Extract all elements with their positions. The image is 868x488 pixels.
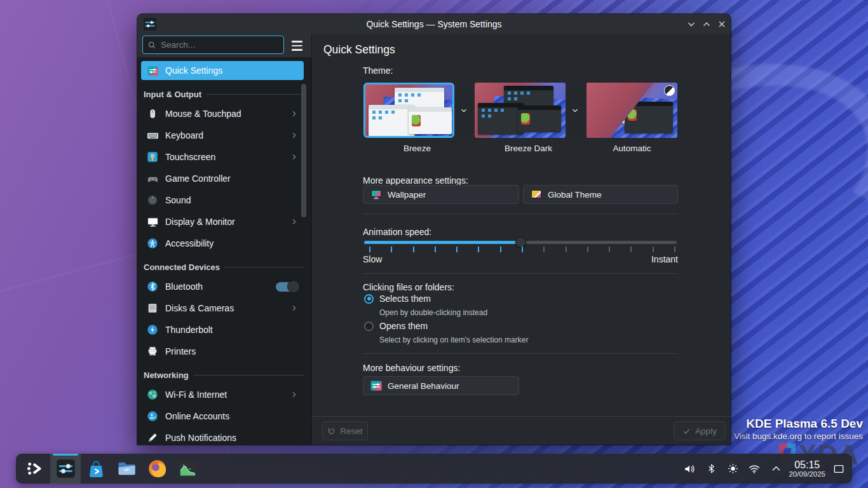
- taskbar-firefox[interactable]: [142, 454, 172, 484]
- sidebar-item-label: Display & Monitor: [165, 217, 283, 227]
- sidebar-item-touchscreen[interactable]: Touchscreen: [141, 147, 304, 166]
- chevron-right-icon: [290, 152, 299, 161]
- taskbar-discover[interactable]: [81, 454, 111, 484]
- apply-button[interactable]: Apply: [674, 421, 726, 440]
- theme-dropdown-breeze-dark[interactable]: [567, 83, 583, 138]
- slider-handle[interactable]: [515, 237, 526, 248]
- sidebar-item-wi-fi-internet[interactable]: Wi-Fi & Internet: [141, 385, 304, 404]
- page-title: Quick Settings: [323, 43, 395, 57]
- preview-window: [369, 105, 414, 137]
- clock-time: 05:15: [789, 459, 825, 470]
- maximize-button[interactable]: [702, 19, 712, 29]
- sidebar-item-thunderbolt[interactable]: Thunderbolt: [141, 320, 304, 339]
- preview-window: [478, 103, 524, 135]
- global-theme-button-label: Global Theme: [548, 190, 602, 200]
- bluetooth-toggle[interactable]: [276, 282, 299, 292]
- printers-icon: [146, 345, 159, 358]
- wallpaper-button[interactable]: Wallpaper: [363, 185, 519, 204]
- theme-preview-automatic[interactable]: [587, 83, 677, 138]
- radio-button-icon[interactable]: [364, 322, 374, 331]
- caret-up-icon[interactable]: [770, 463, 782, 475]
- slider-tick: [609, 247, 610, 252]
- theme-preview-breeze-dark[interactable]: [475, 83, 566, 138]
- section-divider-line: [194, 375, 304, 376]
- system-settings-window: Quick Settings — System Settings: [137, 14, 731, 445]
- sidebar-item-label: Push Notifications: [165, 433, 299, 443]
- chevron-down-icon: [459, 106, 468, 115]
- preview-window: [518, 105, 561, 132]
- taskbar-system-monitor[interactable]: [172, 454, 203, 484]
- reset-button[interactable]: Reset: [322, 421, 368, 440]
- sidebar-item-game-controller[interactable]: Game Controller: [141, 169, 304, 188]
- sidebar-item-label: Keyboard: [165, 130, 283, 140]
- show-desktop-button[interactable]: [832, 462, 846, 476]
- sidebar-item-printers[interactable]: Printers: [141, 342, 304, 361]
- sidebar-item-online-accounts[interactable]: Online Accounts: [141, 407, 304, 426]
- theme-option-automatic: Automatic: [587, 83, 677, 153]
- global-theme-button[interactable]: Global Theme: [523, 185, 678, 204]
- titlebar[interactable]: Quick Settings — System Settings: [137, 14, 731, 34]
- sidebar-section-input-output: Input & Output: [144, 88, 304, 100]
- taskbar-system-settings[interactable]: [50, 454, 81, 484]
- theme-label: Theme:: [363, 65, 393, 76]
- search-input[interactable]: [159, 39, 279, 50]
- preview-window: [409, 107, 452, 134]
- theme-preview-breeze[interactable]: [363, 83, 454, 138]
- minimize-button[interactable]: [686, 19, 696, 29]
- sidebar-item-mouse-touchpad[interactable]: Mouse & Touchpad: [141, 104, 304, 123]
- sidebar-item-push-notifications[interactable]: Push Notifications: [141, 428, 304, 445]
- radio-button-icon[interactable]: [364, 294, 374, 304]
- footer-divider: [312, 416, 731, 417]
- bluetooth-tray-icon[interactable]: [705, 463, 717, 475]
- wallpaper-button-label: Wallpaper: [388, 190, 426, 200]
- content-column: Quick Settings Theme:: [312, 34, 731, 445]
- sidebar-item-label: Online Accounts: [165, 411, 299, 421]
- chevron-right-icon: [290, 131, 299, 140]
- clock[interactable]: 05:15 20/09/2025: [789, 459, 825, 478]
- general-behaviour-icon: [370, 379, 383, 392]
- display-icon: [146, 215, 159, 228]
- sidebar-item-disks-cameras[interactable]: Disks & Cameras: [141, 299, 304, 318]
- sidebar-item-sound[interactable]: Sound: [141, 191, 304, 210]
- radio-opens-them[interactable]: Opens them: [364, 321, 428, 331]
- sidebar-item-accessibility[interactable]: Accessibility: [141, 234, 304, 253]
- radio-opens-them-label: Opens them: [379, 321, 428, 331]
- radio-selects-them-description: Open by double-clicking instead: [379, 308, 487, 317]
- reset-icon: [327, 427, 336, 435]
- slider-tick: [413, 247, 414, 252]
- sidebar-section-label: Input & Output: [144, 90, 201, 99]
- wifi-tray-icon[interactable]: [748, 463, 761, 475]
- launcher-icon: [25, 459, 45, 478]
- volume-icon[interactable]: [683, 463, 696, 475]
- taskbar: 05:15 20/09/2025: [16, 454, 852, 484]
- sidebar-item-label: Printers: [165, 346, 299, 356]
- taskbar-app-launcher[interactable]: [20, 454, 50, 484]
- online-accounts-icon: [146, 410, 159, 423]
- wifi-icon: [146, 388, 159, 401]
- sidebar-scrollbar[interactable]: [301, 84, 306, 217]
- appearance-label: More appearance settings:: [363, 175, 468, 186]
- slider-tick: [478, 247, 479, 252]
- half-circle-icon: [664, 85, 675, 96]
- accessibility-icon: [146, 237, 159, 250]
- sidebar-item-keyboard[interactable]: Keyboard: [141, 126, 304, 145]
- sidebar-section-connected-devices: Connected Devices: [144, 261, 304, 273]
- animation-speed-label: Animation speed:: [363, 227, 431, 237]
- sidebar-section-label: Networking: [144, 370, 189, 380]
- search-field[interactable]: [142, 36, 284, 54]
- taskbar-file-manager[interactable]: [111, 454, 142, 484]
- section-divider-line: [225, 267, 304, 268]
- theme-dropdown-breeze[interactable]: [456, 83, 472, 138]
- sidebar-item-quick-settings[interactable]: Quick Settings: [141, 61, 304, 80]
- search-row: [137, 34, 311, 57]
- radio-selects-them[interactable]: Selects them: [364, 294, 431, 304]
- close-button[interactable]: [717, 19, 727, 29]
- menu-button[interactable]: [288, 38, 305, 53]
- brightness-icon[interactable]: [726, 463, 739, 475]
- sidebar-item-label: Quick Settings: [165, 65, 299, 76]
- general-behaviour-button[interactable]: General Behaviour: [363, 376, 519, 395]
- sidebar-item-display-monitor[interactable]: Display & Monitor: [141, 212, 304, 231]
- sidebar-item-bluetooth[interactable]: Bluetooth: [141, 277, 304, 296]
- sidebar-item-label: Thunderbolt: [165, 325, 299, 335]
- theme-option-breeze-dark: Breeze Dark: [475, 83, 583, 153]
